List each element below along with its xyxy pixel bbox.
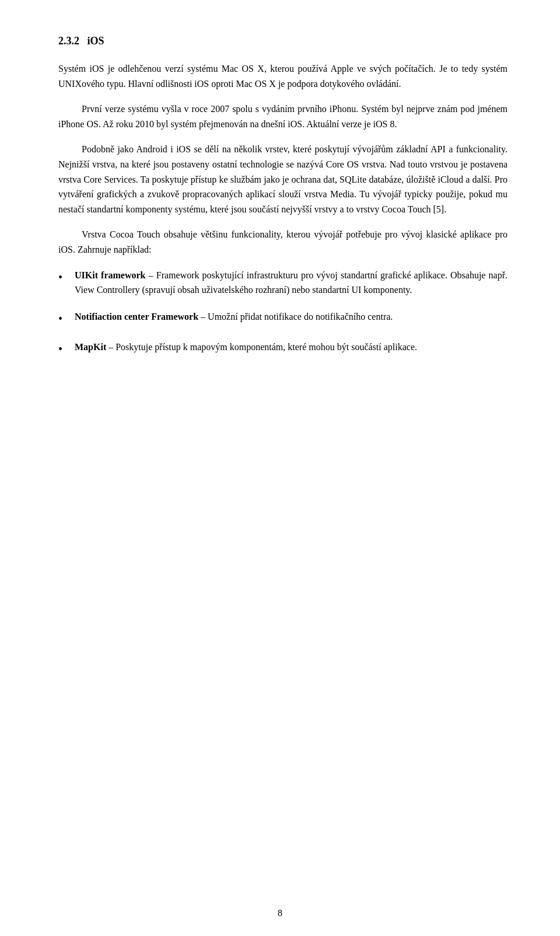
bullet-text: UIKit framework – Framework poskytující … (75, 268, 508, 298)
bullet-symbol: • (58, 309, 75, 328)
paragraph-2: První verze systému vyšla v roce 2007 sp… (58, 102, 508, 131)
page: 2.3.2 iOS Systém iOS je odlehčenou verzí… (0, 0, 560, 936)
bullet-text: MapKit – Poskytuje přístup k mapovým kom… (75, 340, 508, 355)
bullet-label-2: MapKit (75, 342, 106, 352)
bullet-label-1: Notifiaction center Framework (75, 312, 198, 322)
list-item: • MapKit – Poskytuje přístup k mapovým k… (58, 340, 508, 358)
section-title: iOS (88, 35, 104, 47)
page-number: 8 (278, 908, 282, 918)
bullet-content-2: Poskytuje přístup k mapovým komponentám,… (116, 342, 417, 352)
bullet-dash-1: – (201, 312, 208, 322)
bullet-dash-2: – (108, 342, 116, 352)
paragraph-3: Podobně jako Android i iOS se dělí na ně… (58, 142, 508, 216)
list-item: • Notifiaction center Framework – Umožní… (58, 309, 508, 328)
paragraph-1: Systém iOS je odlehčenou verzí systému M… (58, 61, 508, 91)
bullet-label-0: UIKit framework (75, 270, 146, 280)
bullet-symbol: • (58, 268, 75, 287)
bullet-symbol: • (58, 340, 75, 358)
bullet-content-1: Umožní přidat notifikace do notifikačníh… (208, 312, 393, 322)
bullet-dash-0: – (149, 270, 156, 280)
list-item: • UIKit framework – Framework poskytujíc… (58, 268, 508, 298)
bullet-list: • UIKit framework – Framework poskytujíc… (58, 268, 508, 358)
paragraph-4: Vrstva Cocoa Touch obsahuje většinu funk… (58, 227, 508, 257)
section-heading: 2.3.2 iOS (58, 35, 508, 47)
section-number: 2.3.2 (58, 35, 79, 47)
bullet-text: Notifiaction center Framework – Umožní p… (75, 309, 508, 324)
